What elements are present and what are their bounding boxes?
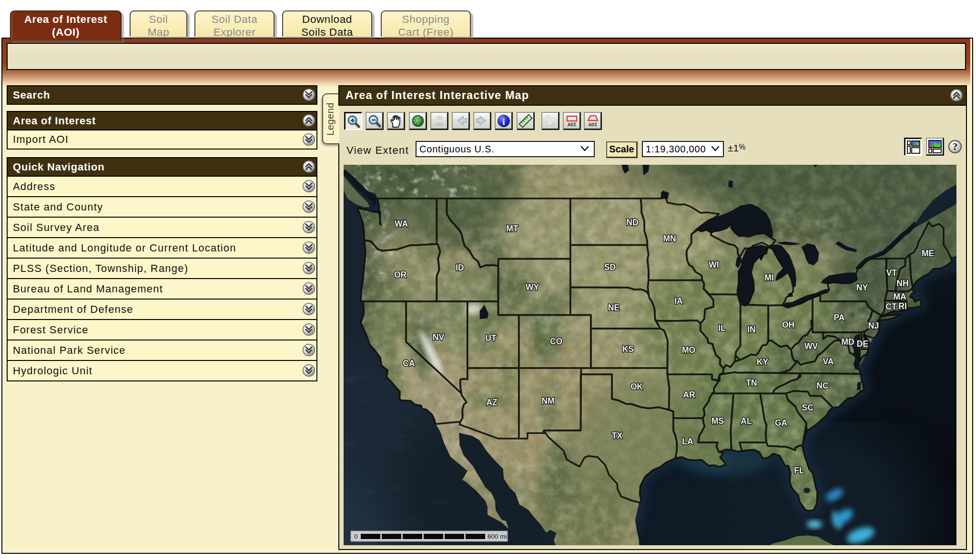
svg-text:WV: WV [804,341,818,351]
svg-text:AOI: AOI [435,122,443,127]
svg-text:GA: GA [775,418,788,428]
svg-text:NC: NC [816,381,829,390]
svg-text:TN: TN [746,378,757,388]
svg-text:ID: ID [456,263,464,272]
svg-text:UT: UT [485,333,497,343]
svg-text:MA: MA [893,292,906,301]
svg-text:MI: MI [764,273,773,282]
svg-text:MO: MO [682,345,695,355]
svg-text:VT: VT [886,268,897,278]
svg-text:ND: ND [626,218,638,227]
svg-text:NJ: NJ [868,321,879,330]
svg-text:AL: AL [741,416,752,426]
svg-text:PA: PA [834,313,844,322]
svg-text:SC: SC [802,403,814,412]
svg-text:SD: SD [604,262,616,272]
svg-text:0: 0 [354,533,358,540]
svg-text:ME: ME [922,249,934,258]
svg-text:AR: AR [683,390,695,400]
svg-text:KS: KS [622,344,634,354]
svg-text:AZ: AZ [486,398,498,407]
svg-text:CA: CA [403,359,415,368]
svg-text:IA: IA [674,296,683,306]
svg-text:OK: OK [630,382,643,391]
svg-text:OR: OR [394,270,407,280]
svg-text:MT: MT [506,224,518,233]
svg-text:OH: OH [782,320,794,330]
svg-text:WA: WA [395,219,408,229]
svg-text:?: ? [953,141,958,152]
svg-text:LA: LA [682,437,693,446]
svg-text:AOI: AOI [567,122,576,128]
svg-text:TX: TX [612,431,623,440]
svg-text:WI: WI [709,260,719,270]
svg-text:NH: NH [896,279,908,288]
svg-text:IL: IL [718,323,726,333]
svg-text:MD: MD [841,337,854,347]
svg-text:FL: FL [794,466,804,475]
svg-text:NV: NV [433,332,445,342]
svg-text:NE: NE [608,303,620,312]
svg-text:VA: VA [823,357,834,366]
svg-text:NY: NY [856,283,868,292]
svg-text:AOI: AOI [588,122,597,128]
svg-text:MN: MN [663,234,676,243]
svg-text:MS: MS [712,416,724,426]
svg-text:600 mi: 600 mi [488,533,507,540]
svg-text:NM: NM [541,396,554,406]
svg-text:CT: CT [885,302,897,311]
svg-text:i: i [502,117,505,127]
svg-text:RI: RI [898,301,907,311]
svg-text:IN: IN [747,325,756,334]
svg-text:DE: DE [857,339,868,349]
svg-text:KY: KY [757,357,769,367]
svg-text:CO: CO [550,337,562,346]
svg-text:WY: WY [526,282,539,292]
